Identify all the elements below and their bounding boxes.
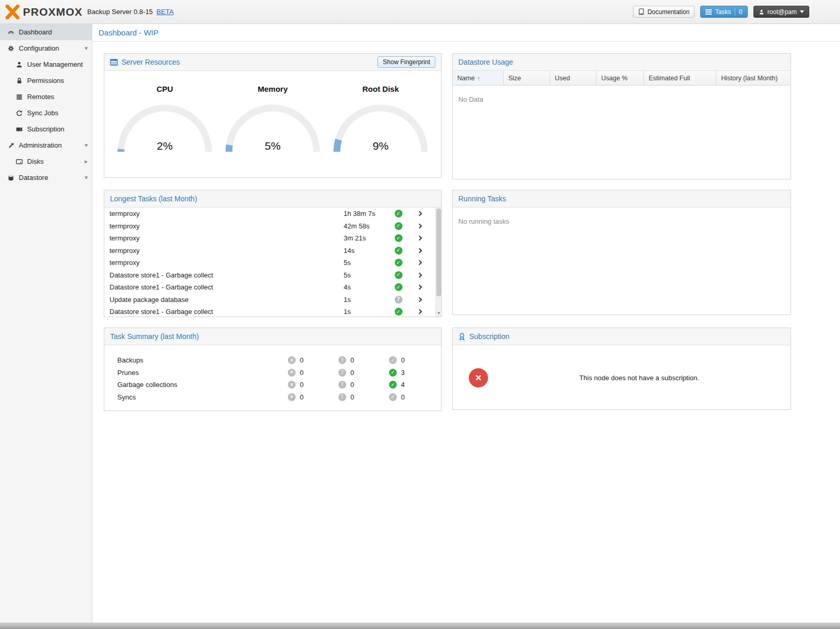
sidebar-item-configuration[interactable]: Configuration ▾ <box>0 40 92 56</box>
warning-count: 0 <box>350 369 354 377</box>
sidebar-item-administration[interactable]: Administration ▾ <box>0 137 92 153</box>
task-row[interactable]: Datastore store1 - Garbage collect 4s ✓ <box>104 281 435 294</box>
task-row[interactable]: termproxy 14s ✓ <box>104 245 435 257</box>
gears-icon <box>6 44 15 53</box>
task-duration: 42m 58s <box>344 222 388 230</box>
tasks-count-badge: 0 <box>735 8 742 16</box>
task-summary-row: Backups ×0 !0 ✓0 <box>104 354 441 367</box>
warning-count-icon: ! <box>338 381 346 389</box>
beta-link[interactable]: BETA <box>156 8 174 16</box>
sidebar-item-permissions[interactable]: Permissions <box>0 72 92 89</box>
chevron-right-icon <box>417 223 422 228</box>
task-row[interactable]: Datastore store1 - Garbage collect 5s ✓ <box>104 269 435 282</box>
gauge-label: CPU <box>117 84 212 93</box>
gauge-label: Memory <box>225 84 320 93</box>
ok-count: 3 <box>401 369 405 377</box>
status-unknown-icon: ? <box>395 296 403 304</box>
summary-label: Backups <box>117 356 288 364</box>
chevron-right-icon <box>417 236 422 241</box>
column-header-history[interactable]: History (last Month) <box>716 71 790 85</box>
task-summary-row: Garbage collections ×0 !0 ✓4 <box>104 379 441 391</box>
running-tasks-title: Running Tasks <box>458 195 506 203</box>
task-row[interactable]: termproxy 42m 58s ✓ <box>104 220 435 233</box>
sidebar-item-dashboard[interactable]: Dashboard <box>0 24 92 40</box>
ok-count-icon: ✓ <box>389 356 397 364</box>
proxmox-logo-text: PROXMOX <box>23 6 82 18</box>
chevron-right-icon <box>417 309 422 314</box>
running-tasks-panel: Running Tasks No running tasks <box>452 190 791 315</box>
user-label: root@pam <box>768 8 797 16</box>
column-header-estimated-full[interactable]: Estimated Full <box>644 71 716 85</box>
tasks-button[interactable]: Tasks 0 <box>700 6 747 18</box>
caret-down-icon <box>800 10 804 13</box>
scroll-down-button[interactable]: ▾ <box>436 309 441 317</box>
no-subscription-icon: × <box>469 368 488 388</box>
ticket-icon <box>15 125 23 134</box>
column-header-size[interactable]: Size <box>504 71 550 85</box>
column-header-usage-pct[interactable]: Usage % <box>596 71 644 85</box>
task-row[interactable]: termproxy 3m 21s ✓ <box>104 232 435 245</box>
chevron-right-icon <box>417 211 422 216</box>
tasks-label: Tasks <box>715 8 731 16</box>
status-ok-icon: ✓ <box>395 234 403 242</box>
datastore-usage-table-header: Name ↑ Size Used Usage % Estimated Full … <box>453 71 790 86</box>
ok-count-icon: ✓ <box>389 381 397 389</box>
task-duration: 5s <box>344 271 388 279</box>
show-fingerprint-button[interactable]: Show Fingerprint <box>378 56 435 68</box>
user-menu-button[interactable]: root@pam <box>753 6 809 18</box>
sync-icon <box>15 109 23 117</box>
error-count: 0 <box>300 369 303 377</box>
error-count: 0 <box>300 381 303 389</box>
task-row[interactable]: termproxy 5s ✓ <box>104 257 435 269</box>
column-header-name[interactable]: Name ↑ <box>453 71 504 85</box>
task-name: Datastore store1 - Garbage collect <box>104 271 344 279</box>
sidebar-item-sync-jobs[interactable]: Sync Jobs <box>0 105 92 121</box>
wrench-icon <box>6 141 15 150</box>
database-icon <box>6 174 15 182</box>
task-row[interactable]: termproxy 1h 38m 7s ✓ <box>104 208 435 220</box>
sidebar-item-label: Disks <box>27 158 44 165</box>
error-count-icon: × <box>288 381 296 389</box>
task-name: Datastore store1 - Garbage collect <box>104 283 344 291</box>
book-icon <box>638 8 644 15</box>
vertical-scrollbar[interactable]: ▾ <box>435 208 441 317</box>
chevron-right-icon[interactable]: ▸ <box>84 158 88 165</box>
status-ok-icon: ✓ <box>395 247 403 255</box>
sidebar-item-remotes[interactable]: Remotes <box>0 89 92 105</box>
status-ok-icon: ✓ <box>395 271 403 279</box>
sidebar-item-user-management[interactable]: User Management <box>0 56 92 72</box>
sidebar-item-datastore[interactable]: Datastore ▾ <box>0 170 92 186</box>
sidebar-item-subscription[interactable]: Subscription <box>0 121 92 137</box>
chevron-down-icon[interactable]: ▾ <box>84 142 88 149</box>
user-icon <box>759 9 764 15</box>
chevron-right-icon <box>417 248 422 253</box>
column-header-used[interactable]: Used <box>550 71 596 85</box>
chevron-down-icon[interactable]: ▾ <box>84 45 88 52</box>
documentation-label: Documentation <box>648 8 690 16</box>
window-bottom-edge <box>0 623 840 629</box>
task-row[interactable]: Datastore store1 - Garbage collect 1s ✓ <box>104 306 435 317</box>
sidebar-item-disks[interactable]: Disks ▸ <box>0 153 92 170</box>
task-duration: 1h 38m 7s <box>344 210 388 217</box>
main-content: Dashboard - WIP Server Resources Show Fi… <box>92 24 840 623</box>
hdd-icon <box>15 158 23 166</box>
sidebar-item-label: Subscription <box>27 125 65 133</box>
lock-icon <box>15 77 23 85</box>
page-title-bar: Dashboard - WIP <box>92 24 840 42</box>
gauge-value: 9% <box>333 140 428 152</box>
documentation-button[interactable]: Documentation <box>633 6 695 18</box>
chevron-down-icon[interactable]: ▾ <box>84 174 88 181</box>
top-bar: PROXMOX Backup Server 0.8-15 BETA Docume… <box>0 0 840 24</box>
subscription-panel: Subscription × This node does not have a… <box>452 328 791 410</box>
product-version: Backup Server 0.8-15 <box>87 8 153 16</box>
longest-tasks-title: Longest Tasks (last Month) <box>110 195 197 203</box>
datastore-usage-panel: Datastore Usage Name ↑ Size Used Usage %… <box>452 53 791 179</box>
error-count-icon: × <box>288 369 296 377</box>
scrollbar-thumb[interactable] <box>436 209 441 296</box>
sidebar-item-label: Remotes <box>27 93 54 101</box>
sidebar-item-label: Configuration <box>19 44 59 52</box>
summary-label: Garbage collections <box>117 381 288 389</box>
task-row[interactable]: Update package database 1s ? <box>104 294 435 306</box>
user-icon <box>15 61 23 69</box>
summary-label: Prunes <box>117 369 288 377</box>
